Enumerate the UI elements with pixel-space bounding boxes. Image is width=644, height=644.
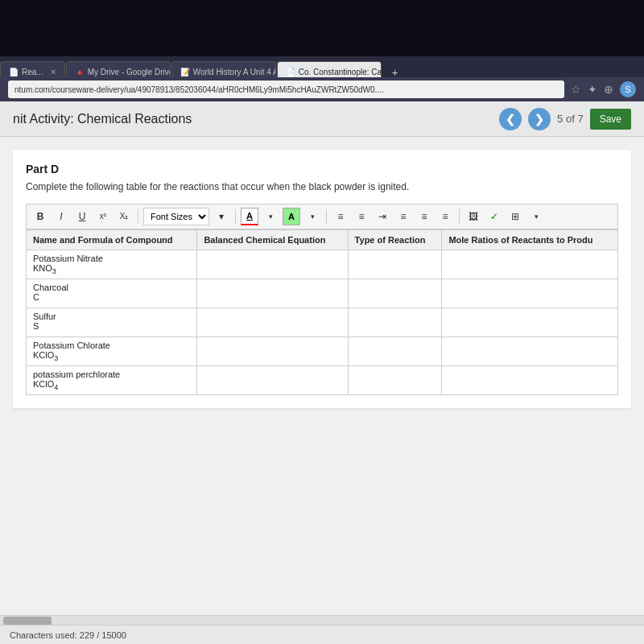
underline-button[interactable]: U	[73, 208, 91, 225]
star-icon[interactable]: ✦	[588, 83, 597, 96]
dropdown-arrow3[interactable]: ▾	[303, 208, 321, 225]
editor-toolbar: B I U x² X₂ Font Sizes ▾ A ▾ A ▾ ≡ ≡ ⇥ ≡…	[26, 204, 618, 229]
align-left-button[interactable]: ≡	[394, 208, 412, 225]
cell-reaction-5[interactable]	[348, 366, 442, 395]
cell-reaction-1[interactable]	[348, 250, 442, 279]
tab-close-icon[interactable]: ✕	[50, 68, 56, 76]
page-header: nit Activity: Chemical Reactions ❮ ❯ 5 o…	[0, 101, 644, 137]
col-header-reaction: Type of Reaction	[348, 229, 442, 250]
dropdown-arrow[interactable]: ▾	[213, 208, 230, 225]
separator4	[459, 209, 460, 224]
cell-mole-2[interactable]	[442, 279, 618, 308]
cell-reaction-4[interactable]	[348, 336, 442, 365]
col-header-mole: Mole Ratios of Reactants to Produ	[442, 229, 618, 250]
compound-name-3: Sulfur	[33, 312, 190, 321]
col-header-equation: Balanced Chemical Equation	[197, 229, 348, 250]
footer-bar: Characters used: 229 / 15000	[0, 625, 644, 644]
table-row: Sulfur S	[27, 308, 618, 336]
bookmark-icon[interactable]: ☆	[571, 83, 581, 96]
indent-button[interactable]: ⇥	[374, 208, 391, 225]
nav-forward-button[interactable]: ❯	[528, 108, 551, 130]
table-button[interactable]: ⊞	[506, 208, 524, 225]
cell-equation-2[interactable]	[197, 279, 348, 308]
cell-equation-4[interactable]	[197, 336, 348, 365]
tab-icon: 📝	[180, 68, 190, 76]
cell-equation-3[interactable]	[197, 308, 348, 336]
main-content-area: nit Activity: Chemical Reactions ❮ ❯ 5 o…	[0, 101, 644, 644]
url-input[interactable]: ntum.com/courseware-delivery/ua/49078913…	[8, 80, 564, 98]
extension-icon[interactable]: ⊕	[604, 83, 613, 96]
table-row: Charcoal C	[27, 279, 618, 308]
nav-back-button[interactable]: ❮	[499, 108, 522, 130]
cell-compound-3[interactable]: Sulfur S	[27, 308, 197, 336]
horizontal-scrollbar[interactable]	[0, 615, 644, 625]
font-color-button[interactable]: A	[241, 208, 258, 225]
instruction-text: Complete the following table for the rea…	[26, 180, 618, 194]
cell-compound-1[interactable]: Potassium Nitrate KNO3	[27, 250, 197, 279]
compound-formula-4: KClO3	[33, 350, 190, 362]
table-header-row: Name and Formula of Compound Balanced Ch…	[27, 229, 618, 250]
data-table: Name and Formula of Compound Balanced Ch…	[26, 229, 618, 396]
cell-equation-5[interactable]	[197, 366, 348, 395]
characters-used-label: Characters used: 229 / 15000	[10, 630, 126, 640]
save-button[interactable]: Save	[590, 109, 631, 130]
content-area: Part D Complete the following table for …	[13, 150, 631, 408]
table-dropdown[interactable]: ▾	[527, 208, 545, 225]
bold-button[interactable]: B	[31, 208, 49, 225]
compound-formula-2: C	[33, 292, 190, 302]
cell-reaction-2[interactable]	[348, 279, 442, 308]
tab-icon: 📄	[286, 68, 295, 76]
compound-name-5: potassium perchlorate	[33, 369, 190, 379]
tab-icon: 📄	[9, 68, 19, 76]
cell-mole-4[interactable]	[442, 336, 618, 365]
separator3	[326, 209, 327, 224]
compound-formula-5: KClO4	[33, 379, 190, 391]
font-size-select[interactable]: Font Sizes	[143, 208, 209, 225]
table-row: Potassium Chlorate KClO3	[27, 336, 618, 365]
compound-formula-3: S	[33, 321, 190, 331]
address-bar: ntum.com/courseware-delivery/ua/49078913…	[0, 77, 644, 101]
check-button[interactable]: ✓	[485, 208, 503, 225]
dropdown-arrow2[interactable]: ▾	[262, 208, 279, 225]
superscript-button[interactable]: x²	[94, 208, 112, 225]
table-row: potassium perchlorate KClO4	[27, 366, 618, 395]
image-button[interactable]: 🖼	[464, 208, 482, 225]
page-title: nit Activity: Chemical Reactions	[13, 112, 489, 126]
compound-formula-1: KNO3	[33, 263, 190, 275]
compound-name-2: Charcoal	[33, 283, 190, 292]
nav-controls: ❮ ❯ 5 of 7 Save	[499, 108, 631, 130]
separator1	[138, 209, 138, 224]
table-row: Potassium Nitrate KNO3	[27, 250, 618, 279]
cell-mole-1[interactable]	[442, 250, 618, 279]
cell-mole-5[interactable]	[442, 366, 618, 395]
separator2	[235, 209, 236, 224]
cell-compound-4[interactable]: Potassium Chlorate KClO3	[27, 336, 197, 365]
align-center-button[interactable]: ≡	[415, 208, 433, 225]
highlight-button[interactable]: A	[283, 208, 300, 225]
col-header-compound: Name and Formula of Compound	[27, 229, 197, 250]
subscript-button[interactable]: X₂	[115, 208, 133, 225]
scrollbar-thumb[interactable]	[3, 617, 52, 625]
italic-button[interactable]: I	[52, 208, 70, 225]
tab-icon: 🔺	[75, 68, 85, 76]
compound-name-1: Potassium Nitrate	[33, 254, 190, 263]
compound-name-4: Potassium Chlorate	[33, 341, 190, 350]
part-label: Part D	[26, 163, 618, 175]
cell-mole-3[interactable]	[442, 308, 618, 336]
profile-icon[interactable]: S	[620, 81, 636, 97]
cell-equation-1[interactable]	[197, 250, 348, 279]
cell-reaction-3[interactable]	[348, 308, 442, 336]
ordered-list-button[interactable]: ≡	[353, 208, 370, 225]
cell-compound-2[interactable]: Charcoal C	[27, 279, 197, 308]
cell-compound-5[interactable]: potassium perchlorate KClO4	[27, 366, 197, 395]
align-right-button[interactable]: ≡	[436, 208, 454, 225]
page-counter: 5 of 7	[557, 113, 584, 125]
unordered-list-button[interactable]: ≡	[332, 208, 349, 225]
